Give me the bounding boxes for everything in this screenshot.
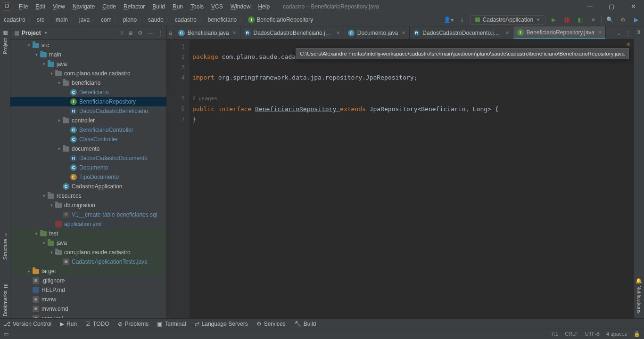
inlay-hint-usages[interactable]: 2 usages [192, 96, 217, 102]
right-tab-notifications[interactable]: 🔔Notifications [636, 277, 642, 314]
tree-node-cadastroapplication[interactable]: CCadastroApplication [10, 182, 166, 191]
breadcrumb-cadastro[interactable]: cadastro〉 [3, 16, 35, 24]
tree-node-java[interactable]: java [10, 238, 166, 248]
breadcrumb-java[interactable]: java〉 [78, 16, 99, 24]
menu-item-run[interactable]: Run [169, 3, 187, 10]
close-tab-icon[interactable]: × [233, 30, 236, 36]
menu-item-view[interactable]: View [49, 3, 69, 10]
tree-node-resources[interactable]: resources [10, 191, 166, 201]
status-indent[interactable]: 4 spaces [606, 331, 627, 337]
tree-node-beneficiario[interactable]: beneficiario [10, 78, 166, 88]
menu-item-help[interactable]: Help [254, 3, 273, 10]
close-tab-icon[interactable]: × [402, 30, 405, 36]
status-messages-icon[interactable]: ▭ [4, 331, 8, 337]
tree-node-cadastroapplicationtests-java[interactable]: ▤CadastroApplicationTests.java [10, 257, 166, 266]
menu-item-window[interactable]: Window [227, 3, 255, 10]
status-readonly-icon[interactable]: 🔒 [634, 331, 640, 337]
status-caret-pos[interactable]: 7:1 [551, 331, 558, 337]
run-anything-icon[interactable]: ▶ [631, 15, 641, 25]
tree-node-controller[interactable]: controller [10, 116, 166, 125]
project-tree[interactable]: srcmainjavacom.plano.saude.cadastrobenef… [10, 40, 166, 318]
bottom-tab-todo[interactable]: ☑TODO [85, 321, 109, 327]
select-opened-file-icon[interactable]: ≡ [120, 30, 124, 36]
pane-settings-icon[interactable]: ⚙ [138, 30, 143, 36]
breadcrumb-beneficiariorepository[interactable]: IBeneficiarioRepository [247, 16, 314, 23]
bottom-tab-run[interactable]: ▶Run [60, 321, 77, 327]
bottom-tab-problems[interactable]: ⊘Problems [118, 321, 149, 327]
menu-item-code[interactable]: Code [99, 3, 120, 10]
close-button[interactable]: ✕ [622, 0, 644, 13]
left-tab-structure[interactable]: Structure ≣ [2, 231, 8, 262]
bottom-tab-language-servers[interactable]: ⇄Language Servers [195, 321, 248, 327]
maximize-button[interactable]: ▢ [601, 0, 622, 13]
menu-item-edit[interactable]: Edit [32, 3, 49, 10]
bottom-tab-version-control[interactable]: ⎇Version Control [4, 321, 51, 327]
tree-node-v1-create-table-beneficiarios-sql[interactable]: ⛁V1__create-table-beneficiarios.sql [10, 210, 166, 219]
left-tab-project[interactable]: Project ▦ [2, 28, 8, 56]
tree-node-db-migration[interactable]: db.migration [10, 201, 166, 210]
tabs-dropdown-icon[interactable]: ⌄ [617, 30, 621, 36]
minimize-button[interactable]: — [579, 0, 601, 13]
editor-tab-documento-java[interactable]: CDocumento.java× [344, 26, 410, 39]
bottom-tab-services[interactable]: ⚙Services [256, 321, 286, 327]
breadcrumb-com[interactable]: com〉 [100, 16, 121, 24]
editor-tab-beneficiariorepository-java[interactable]: IBeneficiarioRepository.java× [513, 26, 606, 39]
menu-item-vcs[interactable]: VCS [207, 3, 227, 10]
close-tab-icon[interactable]: × [337, 30, 340, 36]
menu-item-build[interactable]: Build [149, 3, 169, 10]
tree-node--gitignore[interactable]: ▤.gitignore [10, 276, 166, 285]
run-button[interactable]: ▶ [548, 15, 559, 25]
breadcrumb-plano[interactable]: plano〉 [122, 16, 146, 24]
debug-button[interactable]: 🐞 [561, 15, 572, 25]
run-config-selector[interactable]: CadastroApplication ▼ [470, 15, 545, 24]
menu-item-tools[interactable]: Tools [187, 3, 207, 10]
tabs-scroll-left[interactable]: a [167, 26, 174, 39]
status-line-sep[interactable]: CRLF [565, 331, 578, 337]
hide-pane-icon[interactable]: — [148, 30, 153, 36]
tree-node-com-plano-saude-cadastro[interactable]: com.plano.saude.cadastro [10, 248, 166, 257]
menu-item-refactor[interactable]: Refactor [120, 3, 149, 10]
tree-node-target[interactable]: target [10, 266, 166, 276]
editor-tab-beneficiario-java[interactable]: CBeneficiario.java× [174, 26, 240, 39]
tree-node-java[interactable]: java [10, 59, 166, 69]
breadcrumb-beneficiario[interactable]: beneficiario〉 [207, 16, 246, 24]
tree-node-help-md[interactable]: HELP.md [10, 285, 166, 295]
editor-tab-dadoscadastrodocumento-java[interactable]: RDadosCadastroDocumento.java× [410, 26, 513, 39]
tree-node-dadoscadastrobeneficiario[interactable]: RDadosCadastroBeneficiario [10, 106, 166, 116]
vcs-user-icon[interactable]: 👤▾ [444, 15, 454, 25]
breadcrumb-main[interactable]: main〉 [55, 16, 77, 24]
tree-node-documento[interactable]: documento [10, 144, 166, 153]
tree-node-test[interactable]: test [10, 229, 166, 238]
project-view-dropdown-icon[interactable]: ▼ [44, 31, 48, 35]
close-tab-icon[interactable]: × [505, 30, 509, 36]
tree-node-beneficiario[interactable]: CBeneficiario [10, 88, 166, 97]
status-encoding[interactable]: UTF-8 [585, 331, 600, 337]
breadcrumb-saude[interactable]: saude〉 [147, 16, 173, 24]
inspection-widget[interactable]: ⚠ [626, 41, 631, 48]
tree-node-dadoscadastrodocumento[interactable]: RDadosCadastroDocumento [10, 153, 166, 163]
pane-options-icon[interactable]: ⋮ [158, 30, 164, 36]
tree-node-main[interactable]: main [10, 50, 166, 59]
tree-node-mvnw[interactable]: ▤mvnw [10, 295, 166, 304]
settings-icon[interactable]: ⚙ [618, 15, 628, 25]
expand-all-icon[interactable]: ≣ [128, 30, 133, 36]
bottom-tab-terminal[interactable]: ▣Terminal [157, 321, 186, 327]
tree-node-classcontroller[interactable]: CClassController [10, 135, 166, 144]
tree-node-documento[interactable]: CDocumento [10, 163, 166, 172]
menu-item-file[interactable]: File [15, 3, 32, 10]
tree-node-pom-xml[interactable]: ▤pom.xml [10, 314, 166, 318]
breadcrumb-cadastro[interactable]: cadastro〉 [174, 16, 206, 24]
tree-node-com-plano-saude-cadastro[interactable]: com.plano.saude.cadastro [10, 69, 166, 78]
menu-item-navigate[interactable]: Navigate [69, 3, 99, 10]
stop-button[interactable]: ■ [588, 15, 598, 25]
vcs-update-icon[interactable]: ↙ [457, 15, 467, 25]
editor-tab-dadoscadastrobeneficiario-java[interactable]: RDadosCadastroBeneficiario.java× [240, 26, 344, 39]
bottom-tab-build[interactable]: 🔨Build [294, 321, 316, 327]
close-tab-icon[interactable]: × [598, 29, 602, 36]
right-tab-maven[interactable]: m [636, 28, 642, 36]
breadcrumb-src[interactable]: src〉 [36, 16, 54, 24]
code-editor[interactable]: package com.plano.saude.cadastro.benefic… [190, 40, 634, 318]
search-everywhere-icon[interactable]: 🔍 [604, 15, 615, 25]
tree-node-application-yml[interactable]: application.yml [10, 219, 166, 229]
tree-node-beneficiariorepository[interactable]: IBeneficiarioRepository [10, 97, 166, 106]
